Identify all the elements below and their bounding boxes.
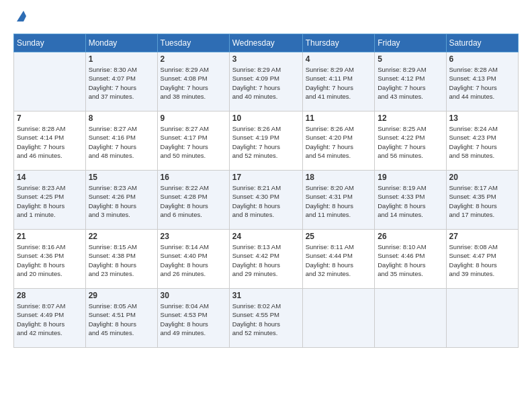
- column-header-tuesday: Tuesday: [157, 34, 229, 52]
- day-number: 4: [306, 54, 372, 64]
- day-info: Sunrise: 8:26 AMSunset: 4:20 PMDaylight:…: [306, 124, 372, 160]
- day-info: Sunrise: 8:29 AMSunset: 4:09 PMDaylight:…: [232, 65, 300, 101]
- calendar-cell: 28Sunrise: 8:07 AMSunset: 4:49 PMDayligh…: [14, 289, 86, 348]
- day-info: Sunrise: 8:26 AMSunset: 4:19 PMDaylight:…: [232, 124, 300, 160]
- day-info: Sunrise: 8:25 AMSunset: 4:22 PMDaylight:…: [378, 124, 443, 160]
- day-number: 19: [378, 173, 443, 182]
- day-number: 24: [232, 232, 300, 241]
- calendar-cell: 9Sunrise: 8:27 AMSunset: 4:17 PMDaylight…: [157, 111, 229, 171]
- day-number: 7: [17, 113, 83, 123]
- calendar-cell: 14Sunrise: 8:23 AMSunset: 4:25 PMDayligh…: [14, 171, 86, 230]
- calendar-cell: 11Sunrise: 8:26 AMSunset: 4:20 PMDayligh…: [302, 111, 375, 171]
- calendar-cell: 26Sunrise: 8:10 AMSunset: 4:46 PMDayligh…: [375, 230, 446, 289]
- day-number: 31: [232, 291, 300, 300]
- calendar-cell: 27Sunrise: 8:08 AMSunset: 4:47 PMDayligh…: [446, 230, 518, 289]
- day-number: 6: [449, 54, 515, 64]
- day-number: 20: [449, 173, 515, 182]
- day-number: 8: [89, 113, 154, 123]
- day-number: 9: [161, 113, 226, 123]
- calendar-cell: 20Sunrise: 8:17 AMSunset: 4:35 PMDayligh…: [446, 171, 518, 230]
- day-info: Sunrise: 8:23 AMSunset: 4:26 PMDaylight:…: [89, 183, 154, 219]
- column-header-sunday: Sunday: [14, 34, 86, 52]
- day-number: 10: [232, 113, 300, 123]
- calendar-cell: 25Sunrise: 8:11 AMSunset: 4:44 PMDayligh…: [302, 230, 375, 289]
- calendar-cell: 22Sunrise: 8:15 AMSunset: 4:38 PMDayligh…: [85, 230, 157, 289]
- day-info: Sunrise: 8:08 AMSunset: 4:47 PMDaylight:…: [449, 242, 515, 278]
- day-number: 13: [449, 113, 515, 123]
- calendar-cell: 6Sunrise: 8:28 AMSunset: 4:13 PMDaylight…: [446, 52, 518, 111]
- day-number: 16: [161, 173, 226, 182]
- day-info: Sunrise: 8:27 AMSunset: 4:16 PMDaylight:…: [89, 124, 154, 160]
- calendar-cell: 12Sunrise: 8:25 AMSunset: 4:22 PMDayligh…: [375, 111, 446, 171]
- column-header-saturday: Saturday: [446, 34, 518, 52]
- day-number: 3: [232, 54, 300, 64]
- page-container: SundayMondayTuesdayWednesdayThursdayFrid…: [0, 0, 532, 355]
- day-number: 14: [17, 173, 83, 182]
- calendar-cell: 2Sunrise: 8:29 AMSunset: 4:08 PMDaylight…: [157, 52, 229, 111]
- calendar-cell: 13Sunrise: 8:24 AMSunset: 4:23 PMDayligh…: [446, 111, 518, 171]
- week-row-3: 14Sunrise: 8:23 AMSunset: 4:25 PMDayligh…: [14, 171, 519, 230]
- calendar-cell: 24Sunrise: 8:13 AMSunset: 4:42 PMDayligh…: [229, 230, 302, 289]
- day-info: Sunrise: 8:05 AMSunset: 4:51 PMDaylight:…: [89, 302, 154, 337]
- day-info: Sunrise: 8:23 AMSunset: 4:25 PMDaylight:…: [17, 183, 83, 219]
- day-number: 25: [306, 232, 372, 241]
- column-header-wednesday: Wednesday: [229, 34, 302, 52]
- calendar-cell: 18Sunrise: 8:20 AMSunset: 4:31 PMDayligh…: [302, 171, 375, 230]
- day-info: Sunrise: 8:15 AMSunset: 4:38 PMDaylight:…: [89, 242, 154, 278]
- logo: [13, 11, 26, 26]
- calendar-cell: 8Sunrise: 8:27 AMSunset: 4:16 PMDaylight…: [85, 111, 157, 171]
- calendar-cell: 29Sunrise: 8:05 AMSunset: 4:51 PMDayligh…: [85, 289, 157, 348]
- calendar-cell: 1Sunrise: 8:30 AMSunset: 4:07 PMDaylight…: [85, 52, 157, 111]
- day-info: Sunrise: 8:20 AMSunset: 4:31 PMDaylight:…: [306, 183, 372, 219]
- day-info: Sunrise: 8:17 AMSunset: 4:35 PMDaylight:…: [449, 183, 515, 219]
- day-number: 29: [89, 291, 154, 300]
- day-number: 11: [306, 113, 372, 123]
- day-info: Sunrise: 8:28 AMSunset: 4:13 PMDaylight:…: [449, 65, 515, 101]
- week-row-4: 21Sunrise: 8:16 AMSunset: 4:36 PMDayligh…: [14, 230, 519, 289]
- day-info: Sunrise: 8:19 AMSunset: 4:33 PMDaylight:…: [378, 183, 443, 219]
- calendar-cell: 10Sunrise: 8:26 AMSunset: 4:19 PMDayligh…: [229, 111, 302, 171]
- day-info: Sunrise: 8:30 AMSunset: 4:07 PMDaylight:…: [89, 65, 154, 101]
- week-row-1: 1Sunrise: 8:30 AMSunset: 4:07 PMDaylight…: [14, 52, 519, 111]
- calendar-cell: 4Sunrise: 8:29 AMSunset: 4:11 PMDaylight…: [302, 52, 375, 111]
- day-info: Sunrise: 8:22 AMSunset: 4:28 PMDaylight:…: [161, 183, 226, 219]
- day-info: Sunrise: 8:27 AMSunset: 4:17 PMDaylight:…: [161, 124, 226, 160]
- calendar-cell: 16Sunrise: 8:22 AMSunset: 4:28 PMDayligh…: [157, 171, 229, 230]
- logo-icon: [14, 11, 26, 23]
- day-number: 5: [378, 54, 443, 64]
- day-number: 18: [306, 173, 372, 182]
- calendar-cell: [14, 52, 86, 111]
- svg-marker-0: [17, 11, 26, 21]
- calendar-cell: [446, 289, 518, 348]
- day-info: Sunrise: 8:14 AMSunset: 4:40 PMDaylight:…: [161, 242, 226, 278]
- header-row: SundayMondayTuesdayWednesdayThursdayFrid…: [14, 34, 519, 52]
- calendar-cell: 21Sunrise: 8:16 AMSunset: 4:36 PMDayligh…: [14, 230, 86, 289]
- day-number: 30: [161, 291, 226, 300]
- day-info: Sunrise: 8:29 AMSunset: 4:11 PMDaylight:…: [306, 65, 372, 101]
- calendar-table: SundayMondayTuesdayWednesdayThursdayFrid…: [13, 34, 519, 348]
- day-info: Sunrise: 8:02 AMSunset: 4:55 PMDaylight:…: [232, 302, 300, 337]
- header: [13, 11, 519, 26]
- day-info: Sunrise: 8:29 AMSunset: 4:08 PMDaylight:…: [161, 65, 226, 101]
- calendar-header: SundayMondayTuesdayWednesdayThursdayFrid…: [14, 34, 519, 52]
- column-header-thursday: Thursday: [302, 34, 375, 52]
- day-info: Sunrise: 8:21 AMSunset: 4:30 PMDaylight:…: [232, 183, 300, 219]
- day-number: 21: [17, 232, 83, 241]
- day-info: Sunrise: 8:07 AMSunset: 4:49 PMDaylight:…: [17, 302, 83, 337]
- day-number: 23: [161, 232, 226, 241]
- calendar-cell: 30Sunrise: 8:04 AMSunset: 4:53 PMDayligh…: [157, 289, 229, 348]
- day-number: 22: [89, 232, 154, 241]
- calendar-cell: 17Sunrise: 8:21 AMSunset: 4:30 PMDayligh…: [229, 171, 302, 230]
- day-info: Sunrise: 8:24 AMSunset: 4:23 PMDaylight:…: [449, 124, 515, 160]
- day-info: Sunrise: 8:04 AMSunset: 4:53 PMDaylight:…: [161, 302, 226, 337]
- day-number: 27: [449, 232, 515, 241]
- calendar-cell: 3Sunrise: 8:29 AMSunset: 4:09 PMDaylight…: [229, 52, 302, 111]
- calendar-body: 1Sunrise: 8:30 AMSunset: 4:07 PMDaylight…: [14, 52, 519, 348]
- calendar-cell: 15Sunrise: 8:23 AMSunset: 4:26 PMDayligh…: [85, 171, 157, 230]
- day-number: 1: [89, 54, 154, 64]
- day-info: Sunrise: 8:10 AMSunset: 4:46 PMDaylight:…: [378, 242, 443, 278]
- day-info: Sunrise: 8:28 AMSunset: 4:14 PMDaylight:…: [17, 124, 83, 160]
- day-info: Sunrise: 8:13 AMSunset: 4:42 PMDaylight:…: [232, 242, 300, 278]
- column-header-friday: Friday: [375, 34, 446, 52]
- calendar-cell: 7Sunrise: 8:28 AMSunset: 4:14 PMDaylight…: [14, 111, 86, 171]
